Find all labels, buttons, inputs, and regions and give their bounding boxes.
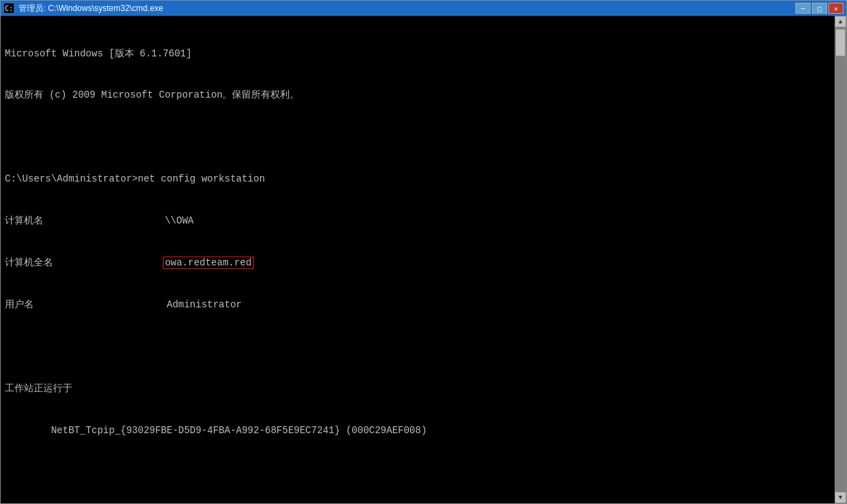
hostname-highlight: owa.redteam.red <box>163 256 254 269</box>
console-content: Microsoft Windows [版本 6.1.7601] 版权所有 (c)… <box>5 19 842 503</box>
console-line <box>5 130 842 144</box>
console-line <box>5 340 842 353</box>
title-bar-buttons: ─ □ ✕ <box>795 3 844 14</box>
console-line: 工作站正运行于 <box>5 382 842 395</box>
console-line: Microsoft Windows [版本 6.1.7601] <box>5 47 842 61</box>
vertical-scrollbar[interactable]: ▲ ▼ <box>835 16 846 503</box>
minimize-button[interactable]: ─ <box>795 3 811 14</box>
maximize-button[interactable]: □ <box>812 3 827 14</box>
console-line-highlighted: 计算机全名 owa.redteam.red <box>5 256 842 270</box>
title-bar: C: 管理员: C:\Windows\system32\cmd.exe ─ □ … <box>1 1 846 16</box>
svg-text:C:: C: <box>5 5 13 12</box>
console-area[interactable]: Microsoft Windows [版本 6.1.7601] 版权所有 (c)… <box>1 16 846 503</box>
console-line: 版权所有 (c) 2009 Microsoft Corporation。保留所有… <box>5 88 842 102</box>
cmd-window: C: 管理员: C:\Windows\system32\cmd.exe ─ □ … <box>0 0 847 504</box>
close-button[interactable]: ✕ <box>828 3 844 14</box>
console-line: 用户名 Administrator <box>5 298 842 311</box>
cmd-icon: C: <box>3 3 14 14</box>
scroll-track[interactable] <box>835 28 846 492</box>
console-line: NetBT_Tcpip_{93029FBE-D5D9-4FBA-A992-68F… <box>5 424 842 437</box>
scroll-thumb[interactable] <box>835 29 846 56</box>
console-line: C:\Users\Administrator>net config workst… <box>5 172 842 186</box>
console-line: 计算机名 \\OWA <box>5 214 842 228</box>
scroll-up-arrow[interactable]: ▲ <box>835 16 846 28</box>
title-bar-left: C: 管理员: C:\Windows\system32\cmd.exe <box>3 3 163 14</box>
window-title: 管理员: C:\Windows\system32\cmd.exe <box>19 3 163 14</box>
scroll-down-arrow[interactable]: ▼ <box>835 492 846 503</box>
console-line <box>5 465 842 479</box>
